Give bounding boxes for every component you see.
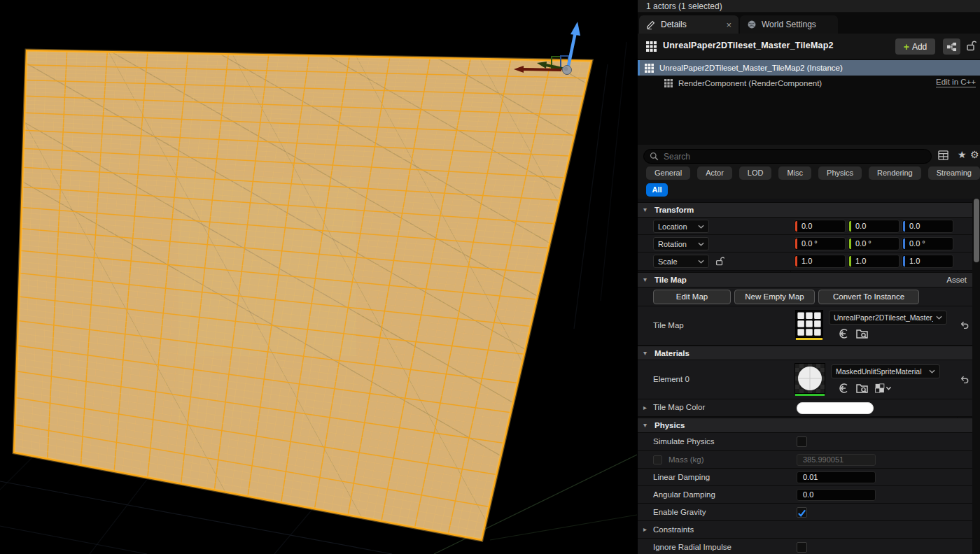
filter-misc[interactable]: Misc bbox=[778, 166, 811, 180]
search-box[interactable] bbox=[643, 149, 932, 164]
settings-gear-icon[interactable]: ⚙ bbox=[970, 149, 979, 160]
section-transform[interactable]: ▾ Transform bbox=[638, 202, 972, 218]
filter-all[interactable]: All bbox=[646, 183, 668, 197]
material-dropdown[interactable]: MaskedUnlitSpriteMaterial bbox=[831, 364, 940, 378]
texture-options-icon[interactable] bbox=[875, 383, 892, 393]
scale-x-field[interactable]: 1.0 bbox=[794, 255, 846, 268]
unlock-icon[interactable] bbox=[965, 40, 976, 51]
display-filter-icon[interactable] bbox=[938, 150, 948, 160]
transform-location-row: Location 0.0 0.0 0.0 bbox=[638, 218, 972, 235]
tilemap-grid-icon bbox=[796, 311, 822, 337]
tab-bar: Details × World Settings bbox=[638, 13, 980, 34]
reset-to-default-icon[interactable] bbox=[959, 375, 969, 385]
tilemap-grid-icon bbox=[646, 41, 657, 52]
selection-stripe bbox=[638, 60, 640, 76]
hierarchy-icon bbox=[946, 42, 957, 52]
scrollbar-track[interactable] bbox=[972, 199, 980, 554]
axis-x-bar bbox=[795, 256, 797, 267]
viewport-3d[interactable] bbox=[0, 0, 637, 554]
tree-item-root[interactable]: UnrealPaper2DTileset_Master_TileMap2 (In… bbox=[638, 60, 980, 76]
tilemap-color-row: ▸ Tile Map Color bbox=[638, 399, 972, 417]
mass-override-checkbox[interactable] bbox=[653, 455, 662, 464]
filter-general[interactable]: General bbox=[646, 166, 690, 180]
section-materials[interactable]: ▾ Materials bbox=[638, 346, 972, 360]
tree-item-rendercomponent[interactable]: RenderComponent (RenderComponent) Edit i… bbox=[638, 76, 980, 91]
axis-z-bar bbox=[903, 256, 905, 267]
add-component-button[interactable]: + Add bbox=[895, 38, 935, 55]
location-x-field[interactable]: 0.0 bbox=[794, 220, 846, 233]
edit-map-button[interactable]: Edit Map bbox=[653, 290, 731, 304]
tab-details[interactable]: Details × bbox=[639, 15, 738, 34]
status-text: 1 actors (1 selected) bbox=[646, 1, 722, 11]
section-physics[interactable]: ▾ Physics bbox=[638, 418, 972, 433]
material-thumbnail[interactable] bbox=[794, 363, 825, 394]
section-tile-map[interactable]: ▾ Tile Map Asset bbox=[638, 272, 972, 287]
browse-to-asset-icon[interactable] bbox=[856, 328, 868, 339]
filter-actor[interactable]: Actor bbox=[697, 166, 732, 180]
tilemap-color-swatch[interactable] bbox=[797, 402, 874, 414]
scale-unlock-icon[interactable] bbox=[715, 256, 724, 266]
filter-rendering[interactable]: Rendering bbox=[869, 166, 921, 180]
tilemap-asset-actions bbox=[838, 328, 868, 339]
enable-gravity-checkbox[interactable] bbox=[797, 507, 807, 518]
filter-pills: General Actor LOD Misc Physics Rendering… bbox=[646, 166, 980, 180]
viewport-canvas[interactable] bbox=[0, 0, 637, 554]
rotation-y-field[interactable]: 0.0 ° bbox=[848, 237, 899, 250]
rotation-dropdown[interactable]: Rotation bbox=[653, 237, 709, 250]
details-panel: 1 actors (1 selected) Details × World Se… bbox=[637, 0, 980, 554]
simulate-physics-checkbox[interactable] bbox=[797, 436, 807, 447]
new-empty-map-button[interactable]: New Empty Map bbox=[734, 290, 815, 304]
use-selected-asset-icon[interactable] bbox=[838, 328, 849, 339]
material-sphere-icon bbox=[795, 364, 825, 393]
use-selected-asset-icon[interactable] bbox=[838, 383, 849, 394]
linear-damping-field[interactable]: 0.01 bbox=[797, 471, 876, 483]
tilemap-asset-dropdown[interactable]: UnrealPaper2DTileset_Master_… bbox=[829, 311, 947, 325]
tree-root-label: UnrealPaper2DTileset_Master_TileMap2 (In… bbox=[659, 64, 843, 72]
ignore-radial-impulse-checkbox[interactable] bbox=[797, 542, 807, 553]
scale-y-field[interactable]: 1.0 bbox=[848, 255, 899, 268]
rotation-x-field[interactable]: 0.0 ° bbox=[794, 237, 846, 250]
browse-hierarchy-button[interactable] bbox=[943, 38, 960, 55]
location-z-field[interactable]: 0.0 bbox=[902, 220, 953, 233]
angular-damping-field[interactable]: 0.0 bbox=[797, 489, 876, 501]
filter-streaming[interactable]: Streaming bbox=[928, 166, 980, 180]
mass-row: Mass (kg) 385.990051 bbox=[638, 451, 972, 469]
tab-world-settings[interactable]: World Settings bbox=[740, 15, 838, 34]
chevron-down-icon bbox=[929, 369, 935, 374]
favorites-star-icon[interactable]: ★ bbox=[958, 149, 967, 160]
expand-arrow-icon[interactable]: ▸ bbox=[643, 404, 647, 411]
browse-to-asset-icon[interactable] bbox=[856, 383, 868, 394]
component-grid-icon bbox=[664, 79, 673, 87]
search-input[interactable] bbox=[664, 152, 925, 162]
filter-lod[interactable]: LOD bbox=[739, 166, 772, 180]
tilemap-buttons-row: Edit Map New Empty Map Convert To Instan… bbox=[638, 287, 972, 306]
properties-body: ▾ Transform Location 0.0 0.0 0.0 Rotatio… bbox=[638, 199, 980, 554]
component-tree: UnrealPaper2DTileset_Master_TileMap2 (In… bbox=[638, 59, 980, 145]
chevron-down-icon bbox=[936, 315, 942, 320]
location-y-field[interactable]: 0.0 bbox=[848, 220, 899, 233]
transform-rotation-row: Rotation 0.0 ° 0.0 ° 0.0 ° bbox=[638, 235, 972, 253]
scale-z-field[interactable]: 1.0 bbox=[902, 255, 953, 268]
tilemap-grid-icon bbox=[645, 64, 654, 73]
tilemap-thumbnail[interactable] bbox=[795, 310, 823, 338]
material-actions bbox=[838, 383, 892, 394]
convert-to-instance-button[interactable]: Convert To Instance bbox=[818, 290, 919, 304]
axis-x-bar bbox=[795, 239, 797, 249]
scrollbar-thumb[interactable] bbox=[974, 199, 979, 262]
expand-arrow-icon[interactable]: ▸ bbox=[643, 525, 647, 533]
status-bar: 1 actors (1 selected) bbox=[638, 0, 980, 13]
close-icon[interactable]: × bbox=[726, 20, 732, 29]
edit-in-cpp-link[interactable]: Edit in C++ bbox=[936, 78, 976, 87]
constraints-row: ▸ Constraints bbox=[638, 521, 972, 539]
filter-physics[interactable]: Physics bbox=[818, 166, 862, 180]
tree-component-label: RenderComponent (RenderComponent) bbox=[678, 79, 822, 87]
rotation-z-field[interactable]: 0.0 ° bbox=[902, 237, 953, 250]
chevron-down-icon bbox=[698, 225, 704, 229]
reset-to-default-icon[interactable] bbox=[959, 320, 969, 330]
enable-gravity-row: Enable Gravity bbox=[638, 504, 972, 521]
scale-dropdown[interactable]: Scale bbox=[653, 255, 709, 268]
pencil-icon bbox=[646, 20, 656, 29]
location-dropdown[interactable]: Location bbox=[653, 220, 709, 233]
linear-damping-row: Linear Damping 0.01 bbox=[638, 469, 972, 486]
asset-type-underline bbox=[795, 394, 825, 396]
